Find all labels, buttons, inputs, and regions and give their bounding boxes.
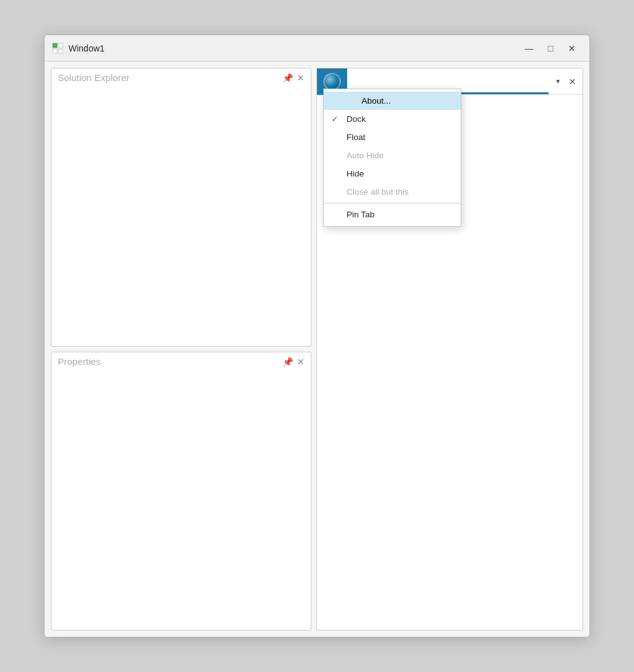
about-label: About... — [362, 96, 391, 106]
context-menu: About... ✓ Dock Float Auto Hide — [323, 89, 461, 227]
maximize-button[interactable]: □ — [540, 40, 561, 57]
properties-title: Properties — [58, 356, 282, 367]
auto-hide-label: Auto Hide — [347, 151, 384, 160]
properties-pin-icon[interactable]: 📌 — [282, 357, 293, 367]
hide-label: Hide — [347, 169, 364, 178]
properties-panel: Properties 📌 ✕ — [51, 352, 311, 631]
window-title: Window1 — [68, 43, 519, 53]
window-body: Solution Explorer 📌 ✕ Properties 📌 ✕ — [45, 62, 589, 637]
menu-item-dock[interactable]: ✓ Dock — [324, 110, 461, 128]
menu-item-auto-hide: Auto Hide — [324, 146, 461, 165]
close-all-check — [331, 187, 344, 197]
hide-check — [331, 169, 344, 178]
close-all-label: Close all but this — [347, 187, 409, 197]
globe-icon — [323, 73, 341, 90]
properties-close-icon[interactable]: ✕ — [297, 357, 304, 367]
svg-rect-2 — [53, 49, 57, 53]
menu-separator — [324, 203, 461, 203]
properties-header: Properties 📌 ✕ — [51, 352, 311, 371]
close-window-button[interactable]: ✕ — [562, 40, 582, 57]
float-check — [331, 133, 344, 142]
app-icon — [52, 43, 63, 54]
menu-item-float[interactable]: Float — [324, 128, 461, 146]
solution-explorer-header: Solution Explorer 📌 ✕ — [51, 68, 311, 87]
solution-explorer-panel: Solution Explorer 📌 ✕ — [51, 68, 311, 347]
dock-label: Dock — [347, 114, 366, 124]
right-panel-actions: ▼ ✕ — [549, 75, 583, 88]
menu-item-close-all: Close all but this — [324, 183, 461, 201]
menu-item-pin-tab[interactable]: Pin Tab — [324, 205, 461, 224]
pin-tab-label: Pin Tab — [347, 210, 375, 219]
main-window: Window1 — □ ✕ Solution Explorer 📌 ✕ — [44, 35, 590, 637]
solution-explorer-close-icon[interactable]: ✕ — [297, 73, 304, 83]
auto-hide-check — [331, 151, 344, 160]
svg-rect-0 — [53, 43, 57, 48]
title-bar: Window1 — □ ✕ — [45, 35, 589, 62]
solution-explorer-pin-icon[interactable]: 📌 — [282, 73, 293, 83]
solution-explorer-title: Solution Explorer — [58, 72, 282, 83]
svg-rect-3 — [58, 49, 63, 53]
left-panel: Solution Explorer 📌 ✕ Properties 📌 ✕ — [51, 68, 311, 631]
properties-controls: 📌 ✕ — [282, 357, 304, 367]
right-panel: ▼ ✕ About... ✓ Dock Flo — [316, 68, 583, 631]
window-controls: — □ ✕ — [519, 40, 582, 57]
float-label: Float — [347, 133, 365, 142]
menu-item-about[interactable]: About... — [324, 92, 461, 110]
dock-check: ✓ — [331, 114, 344, 124]
minimize-button[interactable]: — — [519, 40, 539, 57]
svg-rect-1 — [58, 43, 63, 48]
menu-item-hide[interactable]: Hide — [324, 165, 461, 183]
panel-close-button[interactable]: ✕ — [566, 75, 579, 88]
about-check — [347, 96, 359, 106]
solution-explorer-controls: 📌 ✕ — [282, 73, 304, 83]
pin-tab-check — [331, 210, 344, 219]
panel-dropdown-button[interactable]: ▼ — [552, 75, 564, 87]
